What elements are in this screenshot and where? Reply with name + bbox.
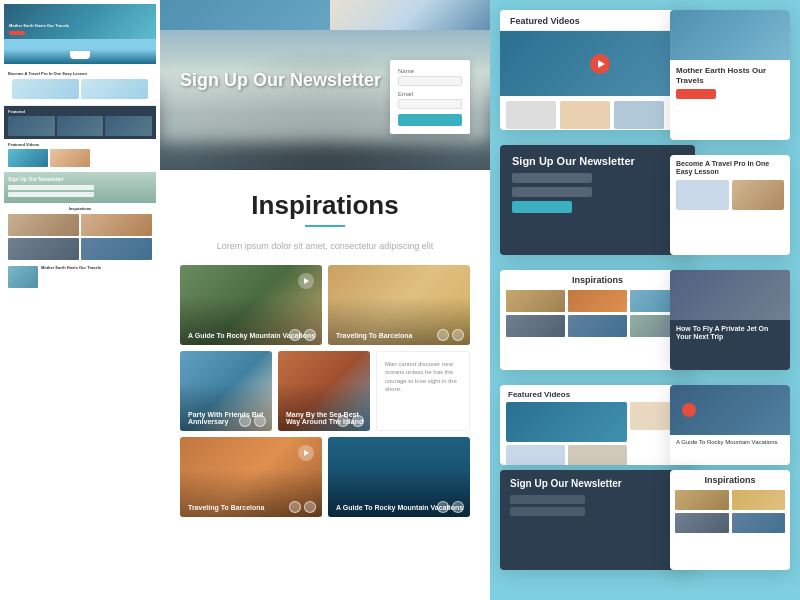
r-nl-input-1[interactable]	[512, 173, 592, 183]
insp-card-desert-icons	[437, 329, 464, 341]
left-panel: Mother Earth Hosts Our Travels Become A …	[0, 0, 160, 600]
left-insp-card-2	[81, 214, 152, 236]
r-featured-bottom-card: Featured Videos	[500, 385, 695, 465]
left-hosts-title: Mother Earth Hosts Our Travels	[41, 266, 152, 271]
insp-card-golden-gate[interactable]: Traveling To Barcelona	[180, 437, 322, 517]
middle-inspirations-section: Inspirations Lorem ipsum dolor sit amet,…	[160, 170, 490, 517]
r-me-hero-image	[670, 10, 790, 60]
insp-card-underwater[interactable]: A Guide To Rocky Mountain Vacations	[328, 437, 470, 517]
r-howto-image	[670, 270, 790, 320]
left-form-field-1	[8, 185, 94, 190]
insp-icon-11	[437, 501, 449, 513]
r-nl-title: Sign Up Our Newsletter	[500, 145, 695, 173]
insp-card-text-body: Man cannot discover new oceans unless he…	[385, 360, 461, 394]
r-fb-cell-3	[506, 445, 565, 465]
left-boat-image	[4, 39, 156, 64]
left-featured-label: Featured	[8, 109, 152, 114]
insp-card-gg-icons	[289, 501, 316, 513]
r-fb-main	[506, 402, 627, 442]
form-submit-btn[interactable]	[398, 114, 462, 126]
r-nlb-input-1[interactable]	[510, 495, 585, 504]
r-insp-cell-5	[568, 315, 627, 337]
left-video-thumb-1	[8, 149, 48, 167]
r-newsletter-card: Sign Up Our Newsletter	[500, 145, 695, 255]
insp-card-desert[interactable]: Traveling To Barcelona	[328, 265, 470, 345]
newsletter-title: Sign Up Our Newsletter	[180, 70, 381, 92]
form-email-label: Email	[398, 91, 462, 97]
left-featured-videos: Featured Videos	[4, 139, 156, 172]
insp-row-3: Traveling To Barcelona A Guide To Rocky …	[180, 437, 470, 517]
insp-card-rocky-play[interactable]	[298, 273, 314, 289]
insp-card-gg-play[interactable]	[298, 445, 314, 461]
r-insp-cell-4	[506, 315, 565, 337]
middle-panel: Sign Up Our Newsletter Name Email Inspir…	[160, 0, 490, 600]
left-video-row-1	[8, 149, 152, 167]
r-nl-input-2[interactable]	[512, 187, 592, 197]
insp-card-rocky[interactable]: A Guide To Rocky Mountain Vacations	[180, 265, 322, 345]
r-me-cta-btn[interactable]	[676, 89, 716, 99]
r-insp-b-row-2	[670, 513, 790, 533]
insp-card-text: Man cannot discover new oceans unless he…	[376, 351, 470, 431]
left-featured-section: Featured	[4, 106, 156, 139]
santorini-image	[330, 0, 490, 30]
left-insp-card-3	[8, 238, 79, 260]
left-insp-grid	[8, 214, 152, 260]
left-hero-overlay: Mother Earth Hosts Our Travels	[9, 24, 69, 35]
left-featured-items	[8, 116, 152, 136]
inspirations-subtitle: Lorem ipsum dolor sit amet, consectetur …	[180, 241, 470, 251]
left-hosts-section: Mother Earth Hosts Our Travels	[4, 263, 156, 291]
left-hero-section: Mother Earth Hosts Our Travels	[4, 4, 156, 64]
insp-card-desert-label: Traveling To Barcelona	[336, 332, 413, 339]
insp-card-canyon[interactable]: Many By the Sea Best Way Around The Isla…	[278, 351, 370, 431]
insp-icon-5	[239, 415, 251, 427]
insp-card-uw-icons	[437, 501, 464, 513]
r-insp-grid	[500, 290, 695, 343]
r-nlb-input-2[interactable]	[510, 507, 585, 516]
r-thumb-small-3	[614, 101, 664, 129]
insp-row-1: A Guide To Rocky Mountain Vacations Trav…	[180, 265, 470, 345]
insp-card-rocky-icons	[289, 329, 316, 341]
r-me-title: Mother Earth Hosts Our Travels	[676, 66, 784, 85]
r-inspirations-card: Inspirations	[500, 270, 695, 370]
r-nl-submit[interactable]	[512, 201, 572, 213]
r-insp-bc-cell-1	[675, 490, 729, 510]
left-hero-cta[interactable]	[9, 31, 25, 35]
left-card-small-1	[12, 79, 79, 99]
left-featured-videos-title: Featured Videos	[8, 142, 152, 147]
r-tp-img-1	[676, 180, 729, 210]
left-newsletter-section: Sign Up Our Newsletter	[4, 172, 156, 203]
insp-card-beach[interactable]: Party With Friends But Anniversary	[180, 351, 272, 431]
r-insp-cell-1	[506, 290, 565, 312]
right-panel: Featured Videos Mother Earth Hosts Our T…	[490, 0, 800, 600]
left-featured-item-3	[105, 116, 152, 136]
form-name-input[interactable]	[398, 76, 462, 86]
insp-icon-6	[254, 415, 266, 427]
left-featured-item-2	[57, 116, 104, 136]
r-travel-pro-card: Become A Travel Pro In One Easy Lesson	[670, 155, 790, 255]
r-nl-form	[500, 173, 695, 213]
form-email-input[interactable]	[398, 99, 462, 109]
r-play-btn[interactable]	[590, 54, 610, 74]
insp-card-canyon-icons	[337, 415, 364, 427]
r-tp-title: Become A Travel Pro In One Easy Lesson	[670, 155, 790, 180]
left-inspirations: Inspirations	[4, 203, 156, 263]
r-nlb-title: Sign Up Our Newsletter	[500, 470, 695, 495]
insp-card-beach-icons	[239, 415, 266, 427]
left-insp-card-1	[8, 214, 79, 236]
r-insp-b-title: Inspirations	[670, 470, 790, 490]
r-howto-card: How To Fly A Private Jet On Your Next Tr…	[670, 270, 790, 370]
insp-card-gg-label: Traveling To Barcelona	[188, 504, 265, 511]
newsletter-form-box: Name Email	[390, 60, 470, 134]
r-mother-earth-card: Mother Earth Hosts Our Travels	[670, 10, 790, 140]
left-boat	[70, 51, 90, 59]
left-insp-card-4	[81, 238, 152, 260]
right-content: Featured Videos Mother Earth Hosts Our T…	[490, 0, 800, 600]
r-nl-bottom-card: Sign Up Our Newsletter	[500, 470, 695, 570]
r-me-content: Mother Earth Hosts Our Travels	[670, 60, 790, 105]
left-travel-pro: Become A Travel Pro In One Easy Lesson	[4, 68, 156, 106]
r-fb-grid	[500, 402, 695, 465]
insp-icon-1	[289, 329, 301, 341]
left-hero-image: Mother Earth Hosts Our Travels	[4, 4, 156, 39]
r-fbtr-play	[682, 403, 696, 417]
inspirations-heading: Inspirations	[180, 190, 470, 221]
